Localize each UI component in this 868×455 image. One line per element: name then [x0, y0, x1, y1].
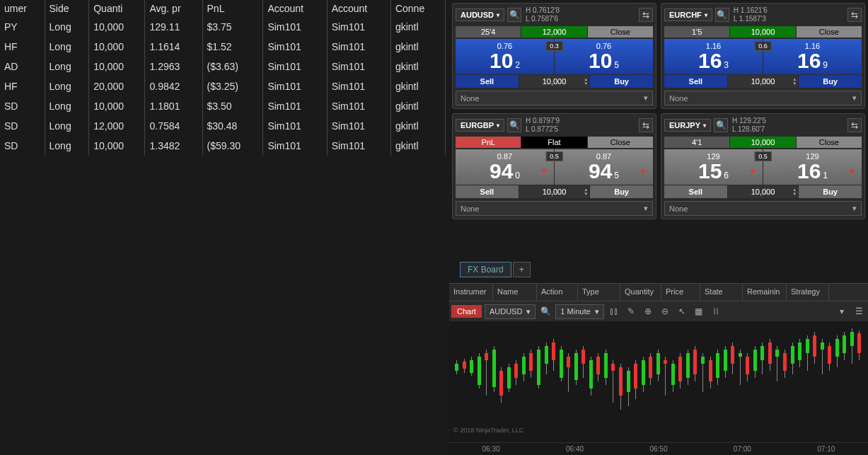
- position-row[interactable]: SDLong10,0001.3482($59.30Sim101Sim101gki…: [0, 136, 446, 156]
- chart-symbol-select[interactable]: AUDUSD▾: [485, 304, 536, 319]
- sell-button[interactable]: Sell: [456, 185, 519, 198]
- tile-status-b[interactable]: 10,000: [730, 137, 795, 148]
- cell: Sim101: [327, 37, 390, 57]
- reverse-icon[interactable]: ⇆: [639, 118, 653, 132]
- bid-price-box[interactable]: 0.76 102: [456, 39, 554, 74]
- zoom-in-icon[interactable]: ⊕: [641, 304, 655, 318]
- zoom-out-icon[interactable]: ⊖: [658, 304, 672, 318]
- position-row[interactable]: HFLong10,0001.1614$1.52Sim101Sim101gkint…: [0, 37, 446, 57]
- buy-button[interactable]: Buy: [799, 75, 862, 88]
- quantity-input[interactable]: 10,000▲▼: [728, 185, 798, 198]
- x-tick: 06:40: [566, 445, 584, 453]
- chart-area[interactable]: © 2018 NinjaTrader, LLC 06:3006:4006:500…: [449, 321, 868, 455]
- column-header[interactable]: Avg. pr: [145, 0, 202, 17]
- orders-column-header[interactable]: State: [700, 284, 743, 301]
- buy-button[interactable]: Buy: [590, 185, 653, 198]
- cell: Long: [45, 17, 89, 37]
- ask-price-box[interactable]: 0.76 105: [555, 39, 653, 74]
- candlestick-icon[interactable]: ⫿⫿: [607, 304, 621, 318]
- orders-column-header[interactable]: Strategy: [787, 284, 829, 301]
- orders-column-header[interactable]: Price: [661, 284, 700, 301]
- symbol-select[interactable]: EURCHF▾: [664, 8, 712, 21]
- orders-column-header[interactable]: Quantity: [620, 284, 661, 301]
- bid-price-box[interactable]: 1.16 163: [664, 39, 763, 74]
- search-icon[interactable]: 🔍: [714, 118, 728, 132]
- position-row[interactable]: SDLong10,0001.1801$3.50Sim101Sim101gkint…: [0, 96, 446, 116]
- tile-status-b[interactable]: 10,000: [730, 26, 795, 38]
- orders-column-header[interactable]: Name: [493, 284, 537, 301]
- column-header[interactable]: Quanti: [89, 0, 145, 17]
- reverse-icon[interactable]: ⇆: [639, 8, 653, 22]
- ask-price-box[interactable]: 1.16 169: [763, 39, 862, 74]
- quantity-input[interactable]: 10,000▲▼: [519, 75, 589, 88]
- orders-column-header[interactable]: Instrumer: [449, 284, 493, 301]
- cell: 1.2963: [145, 57, 202, 76]
- cell: gkintl: [390, 76, 445, 96]
- data-box-icon[interactable]: ▦: [692, 304, 706, 318]
- position-row[interactable]: SDLong12,0000.7584$30.48Sim101Sim101gkin…: [0, 116, 446, 136]
- close-button[interactable]: Close: [797, 137, 862, 148]
- column-header[interactable]: Account: [327, 0, 390, 17]
- quantity-input[interactable]: 10,000▲▼: [519, 185, 589, 198]
- column-header[interactable]: PnL: [202, 0, 263, 17]
- bid-price-box[interactable]: 129 ▼ 156: [664, 149, 763, 185]
- properties-icon[interactable]: ☰: [852, 304, 866, 318]
- orders-column-header[interactable]: Remainin: [743, 284, 787, 301]
- add-tab-button[interactable]: +: [513, 262, 531, 277]
- position-row[interactable]: PYLong10,000129.11$3.75Sim101Sim101gkint…: [0, 17, 446, 37]
- pencil-icon[interactable]: ✎: [624, 304, 638, 318]
- column-header[interactable]: Account: [263, 0, 327, 17]
- column-header[interactable]: Conne: [390, 0, 445, 17]
- column-header[interactable]: Side: [45, 0, 89, 17]
- search-icon[interactable]: 🔍: [538, 304, 552, 318]
- chart-mode-button[interactable]: Chart: [451, 305, 482, 318]
- tile-status-a[interactable]: 1'5: [664, 26, 729, 38]
- position-row[interactable]: HFLong20,0000.9842($3.25)Sim101Sim101gki…: [0, 76, 446, 96]
- tile-status-a[interactable]: PnL: [456, 137, 521, 148]
- search-icon[interactable]: 🔍: [507, 8, 521, 22]
- ask-price-box[interactable]: 129 ▼ 161: [763, 149, 862, 185]
- tile-status-a[interactable]: 4'1: [664, 137, 729, 148]
- tile-status-b[interactable]: 12,000: [521, 26, 586, 38]
- stepper-down-icon[interactable]: ▼: [584, 192, 588, 196]
- close-button[interactable]: Close: [797, 26, 862, 38]
- reverse-icon[interactable]: ⇆: [847, 118, 862, 132]
- bars-icon[interactable]: ⁞⁞: [709, 304, 723, 318]
- stepper-down-icon[interactable]: ▼: [792, 192, 797, 196]
- ask-price-box[interactable]: 0.87 ▼ 945: [555, 149, 653, 185]
- sell-button[interactable]: Sell: [664, 185, 727, 198]
- close-button[interactable]: Close: [588, 137, 653, 148]
- search-icon[interactable]: 🔍: [715, 8, 729, 22]
- stepper-down-icon[interactable]: ▼: [584, 81, 588, 86]
- quantity-input[interactable]: 10,000▲▼: [728, 75, 798, 88]
- buy-button[interactable]: Buy: [799, 185, 862, 198]
- chart-copyright: © 2018 NinjaTrader, LLC: [453, 427, 523, 434]
- bid-price-box[interactable]: 0.87 ▼ 940: [456, 149, 554, 185]
- sell-button[interactable]: Sell: [664, 75, 727, 88]
- stepper-down-icon[interactable]: ▼: [792, 81, 797, 86]
- close-button[interactable]: Close: [588, 26, 653, 38]
- atm-strategy-select[interactable]: None▾: [456, 91, 653, 105]
- sell-button[interactable]: Sell: [456, 75, 519, 88]
- chevron-down-icon[interactable]: ▾: [835, 304, 849, 318]
- cursor-icon[interactable]: ↖: [675, 304, 689, 318]
- orders-column-header[interactable]: Action: [537, 284, 578, 301]
- position-row[interactable]: ADLong10,0001.2963($3.63)Sim101Sim101gki…: [0, 57, 446, 76]
- tile-status-b[interactable]: Flat: [521, 137, 586, 148]
- atm-strategy-select[interactable]: None▾: [664, 201, 862, 216]
- column-header[interactable]: umer: [0, 0, 45, 17]
- fx-board-tab[interactable]: FX Board: [460, 262, 511, 277]
- spread-badge: 0.3: [545, 41, 563, 51]
- chart-interval-select[interactable]: 1 Minute▾: [555, 304, 603, 319]
- orders-column-header[interactable]: Type: [578, 284, 620, 301]
- atm-strategy-select[interactable]: None▾: [664, 91, 862, 105]
- reverse-icon[interactable]: ⇆: [847, 8, 862, 22]
- search-icon[interactable]: 🔍: [507, 118, 521, 132]
- symbol-select[interactable]: EURJPY▾: [664, 119, 711, 132]
- symbol-select[interactable]: EURGBP▾: [456, 119, 504, 132]
- tile-status-a[interactable]: 25'4: [456, 26, 521, 38]
- atm-strategy-select[interactable]: None▾: [456, 201, 653, 216]
- buy-button[interactable]: Buy: [590, 75, 653, 88]
- price-big: 94: [589, 161, 612, 182]
- symbol-select[interactable]: AUDUSD▾: [456, 8, 504, 21]
